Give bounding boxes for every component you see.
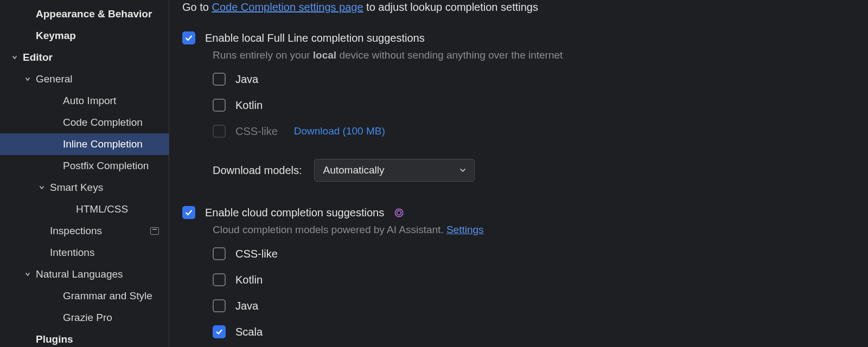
sidebar-item-smart-keys[interactable]: Smart Keys xyxy=(0,177,169,198)
sidebar-item-keymap[interactable]: Keymap xyxy=(0,25,169,47)
sidebar-item-label: Intentions xyxy=(50,247,94,259)
cloud-scala-checkbox[interactable] xyxy=(213,325,226,338)
sidebar-item-intentions[interactable]: Intentions xyxy=(0,242,169,264)
cloud-java-label: Java xyxy=(235,300,258,312)
sidebar-item-label: Auto Import xyxy=(63,95,116,107)
enable-local-fullline-label: Enable local Full Line completion sugges… xyxy=(205,32,425,44)
cloud-kotlin-label: Kotlin xyxy=(235,274,263,286)
sidebar-item-label: Inline Completion xyxy=(63,138,143,150)
ai-assistant-icon xyxy=(394,208,404,218)
download-csslike-link[interactable]: Download (100 MB) xyxy=(294,125,385,137)
cloud-kotlin-checkbox[interactable] xyxy=(213,273,226,286)
local-csslike-label: CSS-like xyxy=(235,125,278,138)
local-kotlin-checkbox[interactable] xyxy=(213,99,226,112)
local-java-label: Java xyxy=(235,73,258,86)
sidebar-item-label: Postfix Completion xyxy=(63,160,149,172)
sidebar-item-inline-completion[interactable]: Inline Completion xyxy=(0,133,169,155)
chevron-down-icon xyxy=(24,75,36,83)
svg-point-1 xyxy=(397,210,401,215)
cloud-settings-link[interactable]: Settings xyxy=(446,224,484,235)
hint-line: Go to Code Completion settings page to a… xyxy=(182,0,868,14)
chevron-down-icon xyxy=(38,184,50,191)
cloud-csslike-label: CSS-like xyxy=(235,248,278,260)
local-java-checkbox[interactable] xyxy=(213,73,226,86)
code-completion-settings-link[interactable]: Code Completion settings page xyxy=(212,1,363,13)
sidebar-item-general[interactable]: General xyxy=(0,68,169,90)
cloud-java-checkbox[interactable] xyxy=(213,299,226,312)
sidebar-item-label: Inspections xyxy=(50,225,102,237)
sidebar-item-label: HTML/CSS xyxy=(76,203,128,215)
cloud-scala-label: Scala xyxy=(235,326,263,338)
sidebar-item-natural-languages[interactable]: Natural Languages xyxy=(0,264,169,285)
sidebar-item-label: Grazie Pro xyxy=(63,312,112,324)
local-desc: Runs entirely on your local device witho… xyxy=(213,49,868,61)
sidebar-item-postfix-completion[interactable]: Postfix Completion xyxy=(0,155,169,177)
enable-cloud-checkbox[interactable] xyxy=(182,206,195,219)
cloud-csslike-checkbox[interactable] xyxy=(213,247,226,260)
enable-cloud-label: Enable cloud completion suggestions xyxy=(205,207,384,219)
hint-pre: Go to xyxy=(182,1,212,13)
sidebar-item-label: Smart Keys xyxy=(50,182,103,194)
sidebar-item-label: Keymap xyxy=(36,30,76,42)
settings-sidebar: Appearance & BehaviorKeymapEditorGeneral… xyxy=(0,0,169,347)
local-kotlin-label: Kotlin xyxy=(235,99,263,112)
sidebar-item-label: Natural Languages xyxy=(36,268,123,280)
sidebar-item-auto-import[interactable]: Auto Import xyxy=(0,90,169,112)
sidebar-item-label: Code Completion xyxy=(63,117,143,128)
enable-local-fullline-checkbox[interactable] xyxy=(182,31,195,44)
chevron-down-icon xyxy=(459,166,467,174)
download-models-value: Automatically xyxy=(323,164,385,176)
sidebar-item-code-completion[interactable]: Code Completion xyxy=(0,112,169,133)
sidebar-item-label: General xyxy=(36,73,73,85)
sidebar-item-inspections[interactable]: Inspections xyxy=(0,220,169,242)
sidebar-item-editor[interactable]: Editor xyxy=(0,47,169,68)
profile-tag-icon xyxy=(150,227,159,235)
settings-content: Go to Code Completion settings page to a… xyxy=(169,0,868,347)
sidebar-item-label: Grammar and Style xyxy=(63,290,152,302)
chevron-down-icon xyxy=(11,54,23,61)
sidebar-item-html-css[interactable]: HTML/CSS xyxy=(0,198,169,220)
sidebar-item-grazie-pro[interactable]: Grazie Pro xyxy=(0,307,169,329)
sidebar-item-grammar-and-style[interactable]: Grammar and Style xyxy=(0,285,169,307)
download-models-label: Download models: xyxy=(213,164,302,177)
sidebar-item-plugins[interactable]: Plugins xyxy=(0,329,169,347)
sidebar-item-appearance-behavior[interactable]: Appearance & Behavior xyxy=(0,3,169,25)
hint-post: to adjust lookup completion settings xyxy=(363,1,538,13)
sidebar-item-label: Editor xyxy=(23,52,53,63)
chevron-down-icon xyxy=(24,271,36,278)
sidebar-item-label: Appearance & Behavior xyxy=(36,8,152,20)
cloud-desc: Cloud completion models powered by AI As… xyxy=(213,224,868,236)
svg-point-0 xyxy=(395,209,403,216)
sidebar-item-label: Plugins xyxy=(36,333,73,345)
download-models-select[interactable]: Automatically xyxy=(314,159,475,182)
local-csslike-checkbox xyxy=(213,125,226,138)
